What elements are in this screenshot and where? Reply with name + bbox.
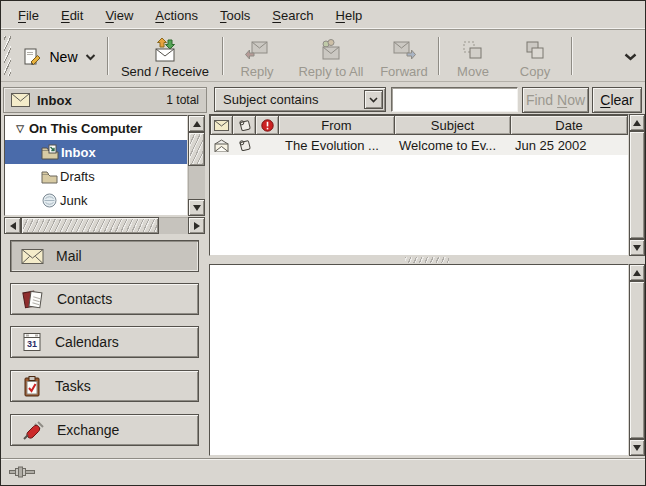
message-row[interactable]: The Evolution ... Welcome to Ev... Jun 2… bbox=[210, 135, 628, 155]
clear-button[interactable]: Clear bbox=[592, 87, 642, 113]
menu-tools[interactable]: Tools bbox=[209, 4, 261, 27]
search-criteria-dropdown[interactable]: Subject contains bbox=[214, 87, 386, 112]
move-icon bbox=[461, 39, 485, 63]
menu-actions[interactable]: Actions bbox=[144, 4, 209, 27]
search-input[interactable] bbox=[391, 87, 518, 112]
shortcut-exchange-button[interactable]: Exchange bbox=[10, 414, 199, 446]
column-important[interactable] bbox=[256, 115, 279, 135]
copy-label: Copy bbox=[520, 64, 550, 79]
forward-button[interactable]: Forward bbox=[373, 33, 435, 79]
svg-text:31: 31 bbox=[27, 339, 37, 349]
tree-node-label: Inbox bbox=[61, 145, 96, 160]
toolbar-separator bbox=[438, 37, 440, 75]
find-now-button[interactable]: Find Now bbox=[522, 87, 589, 113]
preview-vertical-scrollbar[interactable] bbox=[629, 264, 646, 456]
folder-tree-vertical-scrollbar[interactable] bbox=[188, 115, 205, 216]
reply-to-all-button[interactable]: Reply to All bbox=[289, 33, 373, 79]
contacts-icon bbox=[21, 288, 45, 310]
expander-open-icon[interactable]: ▽ bbox=[11, 123, 29, 134]
scroll-left-button[interactable] bbox=[4, 217, 21, 234]
column-label: From bbox=[321, 118, 351, 133]
menu-view[interactable]: View bbox=[94, 4, 144, 27]
splitter-grip[interactable] bbox=[405, 257, 449, 263]
menu-search[interactable]: Search bbox=[261, 4, 324, 27]
column-from[interactable]: From bbox=[279, 115, 395, 135]
message-list-header: From Subject Date bbox=[210, 115, 628, 135]
tree-node-junk[interactable]: Junk bbox=[5, 188, 187, 212]
new-button[interactable]: New bbox=[13, 40, 105, 74]
mail-envelope-icon bbox=[21, 248, 44, 265]
toolbar-overflow-button[interactable] bbox=[619, 46, 641, 68]
move-label: Move bbox=[457, 64, 489, 79]
message-preview-pane[interactable] bbox=[209, 264, 629, 456]
message-status-icon bbox=[214, 120, 229, 131]
scrollbar-thumb[interactable] bbox=[629, 131, 645, 239]
scroll-up-button[interactable] bbox=[629, 114, 645, 131]
forward-icon bbox=[391, 39, 417, 63]
shortcut-label: Calendars bbox=[55, 334, 119, 350]
online-plug-icon[interactable] bbox=[9, 466, 37, 478]
shortcut-contacts-button[interactable]: Contacts bbox=[10, 283, 199, 315]
status-bar bbox=[1, 458, 645, 485]
scrollbar-thumb[interactable] bbox=[21, 217, 159, 234]
scroll-right-button[interactable] bbox=[188, 217, 205, 234]
menu-bar: File Edit View Actions Tools Search Help bbox=[1, 1, 645, 30]
attachment-icon bbox=[233, 138, 256, 153]
evolution-window: File Edit View Actions Tools Search Help… bbox=[0, 0, 646, 486]
menu-file[interactable]: File bbox=[7, 4, 50, 27]
column-label: Subject bbox=[431, 118, 474, 133]
current-folder-title: Inbox bbox=[37, 93, 159, 108]
column-subject[interactable]: Subject bbox=[395, 115, 511, 135]
reply-all-icon bbox=[318, 39, 344, 63]
folder-tree-horizontal-scrollbar[interactable] bbox=[4, 217, 205, 234]
shortcut-mail-button[interactable]: Mail bbox=[10, 240, 199, 272]
open-envelope-icon bbox=[210, 139, 233, 152]
copy-icon bbox=[523, 39, 547, 63]
scrollbar-thumb[interactable] bbox=[188, 132, 205, 166]
tree-node-drafts[interactable]: Drafts bbox=[5, 164, 187, 188]
important-icon bbox=[261, 119, 274, 132]
toolbar-separator bbox=[571, 37, 573, 75]
folder-title-bar: Inbox 1 total bbox=[3, 87, 207, 113]
send-receive-label: Send / Receive bbox=[121, 64, 209, 79]
envelope-icon bbox=[11, 93, 30, 107]
column-message-status[interactable] bbox=[210, 115, 233, 135]
toolbar-grip[interactable] bbox=[4, 36, 11, 76]
column-attachment[interactable] bbox=[233, 115, 256, 135]
move-button[interactable]: Move bbox=[445, 33, 501, 79]
send-receive-button[interactable]: Send / Receive bbox=[113, 33, 217, 79]
attachment-icon bbox=[237, 118, 252, 133]
pane-splitter[interactable] bbox=[209, 256, 645, 264]
combo-arrow-button[interactable] bbox=[364, 90, 383, 109]
reply-button[interactable]: Reply bbox=[228, 33, 286, 79]
tree-node-label: Drafts bbox=[60, 169, 95, 184]
scroll-down-button[interactable] bbox=[188, 199, 205, 216]
tree-node-label: Junk bbox=[60, 193, 87, 208]
message-list-vertical-scrollbar[interactable] bbox=[629, 114, 646, 256]
message-date: Jun 25 2002 bbox=[511, 138, 628, 153]
message-subject: Welcome to Ev... bbox=[395, 138, 511, 153]
search-criteria-value: Subject contains bbox=[223, 92, 318, 107]
tree-node-on-this-computer[interactable]: ▽ On This Computer bbox=[5, 116, 187, 140]
menu-edit[interactable]: Edit bbox=[50, 4, 94, 27]
inbox-folder-icon bbox=[41, 144, 59, 160]
menu-help[interactable]: Help bbox=[325, 4, 374, 27]
shortcut-label: Tasks bbox=[55, 378, 91, 394]
forward-label: Forward bbox=[380, 64, 428, 79]
column-label: Date bbox=[555, 118, 582, 133]
new-message-icon bbox=[22, 47, 42, 67]
copy-button[interactable]: Copy bbox=[507, 33, 563, 79]
scrollbar-thumb[interactable] bbox=[629, 281, 645, 439]
scroll-up-button[interactable] bbox=[188, 115, 205, 132]
column-date[interactable]: Date bbox=[511, 115, 628, 135]
shortcut-tasks-button[interactable]: Tasks bbox=[10, 370, 199, 402]
scroll-down-button[interactable] bbox=[629, 439, 645, 456]
exchange-plug-icon bbox=[21, 419, 45, 442]
reply-icon bbox=[244, 39, 270, 63]
scroll-down-button[interactable] bbox=[629, 239, 645, 256]
tree-node-inbox[interactable]: Inbox bbox=[5, 140, 187, 164]
scroll-up-button[interactable] bbox=[629, 264, 645, 281]
shortcut-label: Exchange bbox=[57, 422, 119, 438]
shortcut-calendars-button[interactable]: 31 Calendars bbox=[10, 326, 199, 358]
toolbar-separator bbox=[107, 37, 109, 75]
